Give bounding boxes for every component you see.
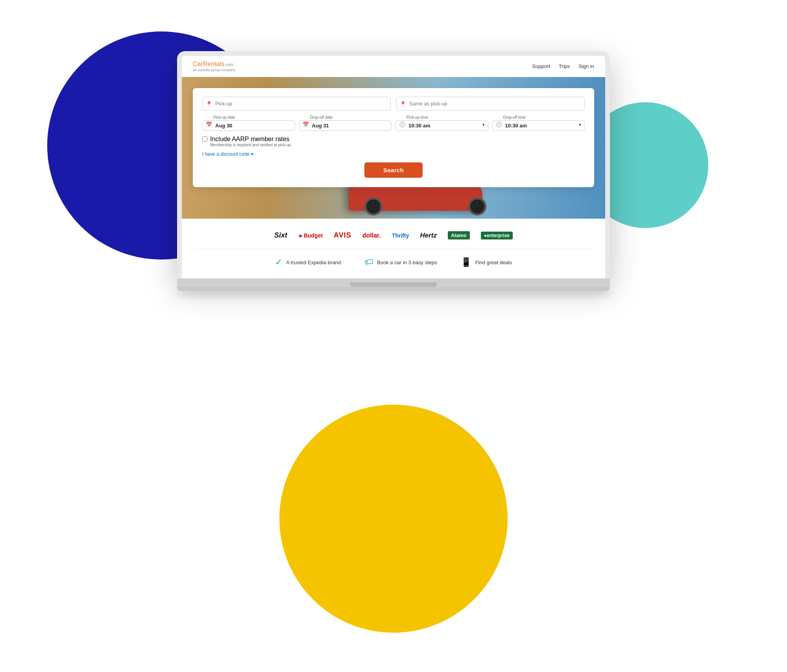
partner-logo-hertz: Hertz: [420, 232, 437, 239]
sign-in-link[interactable]: Sign in: [578, 63, 594, 69]
feature-item-steps: 🏷Book a car in 3 easy steps: [364, 257, 437, 267]
aarp-checkbox[interactable]: [202, 136, 207, 142]
dropoff-date-label: Drop-off date: [299, 115, 392, 120]
partner-logo-budget: ►Budget: [298, 232, 323, 239]
logo-dot: .com: [224, 61, 234, 67]
search-form: 📍 📍 📅 Pick-up date: [193, 88, 594, 187]
dropoff-date-input[interactable]: [299, 120, 392, 131]
search-button-row: Search: [202, 162, 585, 178]
dropoff-time-group: 🕙 Drop-off time 12:00 am12:30 am1:00 am1…: [492, 115, 585, 131]
dropoff-time-label: Drop-off time: [492, 115, 585, 120]
aarp-label[interactable]: Include AARP member rates Membership is …: [210, 136, 292, 147]
logo-text: CarRentals.com: [193, 61, 236, 68]
pickup-location-input[interactable]: [202, 97, 391, 110]
dropoff-location-input[interactable]: [396, 97, 585, 110]
feature-item-trusted: ✓A trusted Expedia brand: [275, 257, 341, 267]
pickup-time-icon: 🕙: [399, 122, 405, 127]
feature-icon-deals: 📱: [461, 257, 471, 267]
feature-item-deals: 📱Find great deals: [461, 257, 512, 267]
pickup-time-group: 🕙 Pick-up time 12:00 am12:30 am1:00 am1:…: [395, 115, 488, 131]
location-row: 📍 📍: [202, 97, 585, 110]
logo-subtitle: an expedia group company: [193, 68, 236, 72]
laptop-frame: CarRentals.com an expedia group company …: [177, 51, 610, 291]
pickup-time-select[interactable]: 12:00 am12:30 am1:00 am1:30 am2:00 am2:3…: [395, 120, 488, 131]
search-button[interactable]: Search: [364, 162, 423, 178]
partner-logo-thrifty: Thrifty: [392, 232, 409, 239]
laptop-base: [177, 278, 610, 287]
feature-text-deals: Find great deals: [475, 260, 512, 265]
pickup-date-label: Pick-up date: [202, 115, 295, 120]
discount-code-toggle[interactable]: I have a discount code ▾: [202, 151, 253, 157]
nav-links: Support Trips Sign in: [532, 63, 594, 69]
logo-rentals-text: Rentals: [203, 61, 224, 67]
partner-logo-avis: AVIS: [334, 231, 351, 239]
dropoff-time-icon: 🕙: [496, 122, 502, 127]
partner-logo-enterprise: ●enterprise: [481, 232, 513, 239]
laptop-screen: CarRentals.com an expedia group company …: [182, 56, 605, 278]
discount-chevron-icon: ▾: [251, 151, 253, 157]
features-section: ✓A trusted Expedia brand🏷Book a car in 3…: [182, 249, 605, 278]
pickup-location-group: 📍: [202, 97, 391, 110]
support-link[interactable]: Support: [532, 63, 550, 69]
feature-icon-trusted: ✓: [275, 257, 282, 267]
logo-car-text: Car: [193, 61, 203, 67]
dropoff-pin-icon: 📍: [400, 101, 406, 107]
partner-logo-alamo: Alamo: [448, 231, 470, 239]
dropoff-date-group: 📅 Drop-off date: [299, 115, 392, 131]
laptop-bezel: CarRentals.com an expedia group company …: [177, 51, 610, 278]
car-wheel-right: [468, 197, 486, 215]
pickup-date-group: 📅 Pick-up date: [202, 115, 295, 131]
pickup-time-label: Pick-up time: [395, 115, 488, 120]
trips-link[interactable]: Trips: [559, 63, 570, 69]
dropoff-date-icon: 📅: [303, 122, 309, 127]
laptop-bottom: [177, 287, 610, 291]
feature-text-steps: Book a car in 3 easy steps: [377, 260, 437, 265]
aarp-row: Include AARP member rates Membership is …: [202, 136, 585, 147]
navigation-bar: CarRentals.com an expedia group company …: [182, 56, 605, 77]
hero-section: 📍 📍 📅 Pick-up date: [182, 77, 605, 219]
logo: CarRentals.com an expedia group company: [193, 61, 236, 72]
dropoff-time-select[interactable]: 12:00 am12:30 am1:00 am1:30 am2:00 am2:3…: [492, 120, 585, 131]
decorative-circle-yellow: [279, 405, 508, 633]
discount-link-text: I have a discount code: [202, 151, 249, 157]
location-pin-icon: 📍: [206, 101, 212, 107]
pickup-date-icon: 📅: [206, 122, 212, 127]
datetime-row: 📅 Pick-up date 📅 Drop-off date 🕙 Pick-up…: [202, 115, 585, 131]
partner-logo-dollar: dollar.: [362, 232, 381, 239]
feature-text-trusted: A trusted Expedia brand: [286, 260, 341, 265]
pickup-date-input[interactable]: [202, 120, 295, 131]
car-wheel-left: [364, 197, 382, 215]
feature-icon-steps: 🏷: [364, 257, 373, 267]
partner-logo-sixt: Sixt: [274, 231, 287, 239]
dropoff-location-group: 📍: [396, 97, 585, 110]
partners-section: Sixt►BudgetAVISdollar.ThriftyHertzAlamo●…: [182, 219, 605, 249]
